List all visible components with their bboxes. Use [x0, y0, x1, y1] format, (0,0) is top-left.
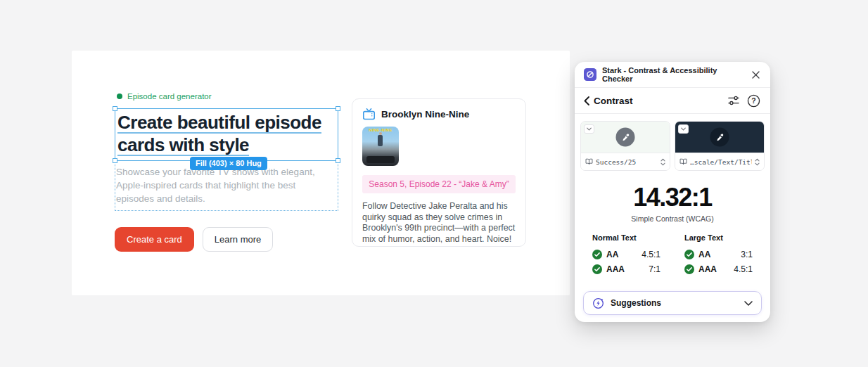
check-icon — [684, 264, 694, 274]
color-token-selector[interactable]: …scale/Text/Title — [675, 153, 764, 170]
green-dot-icon — [117, 94, 122, 99]
results-column-title: Large Text — [684, 233, 753, 242]
learn-more-button[interactable]: Learn more — [203, 227, 273, 252]
normal-text-results: Normal Text AA 4.5:1 AAA 7:1 — [592, 233, 660, 276]
contrast-section-header: Contrast ? — [575, 88, 770, 114]
result-row: AA 3:1 — [684, 247, 753, 262]
help-icon[interactable]: ? — [746, 93, 761, 108]
check-icon — [592, 250, 602, 259]
wcag-results: Normal Text AA 4.5:1 AAA 7:1 La — [575, 233, 770, 276]
contrast-ratio-caption: Simple Contrast (WCAG) — [575, 214, 770, 223]
episode-badge: Season 5, Episode 22 - “Jake & Amy” — [362, 175, 516, 193]
color-token-selector[interactable]: Success/25 — [581, 153, 670, 170]
stepper-icon[interactable] — [660, 158, 665, 166]
stepper-icon[interactable] — [755, 158, 760, 166]
episode-card-header: Brooklyn Nine-Nine — [362, 108, 516, 120]
eyedropper-icon[interactable] — [710, 128, 729, 147]
suggestions-label: Suggestions — [611, 298, 738, 308]
library-icon — [585, 158, 593, 165]
selection-handle[interactable] — [113, 106, 117, 111]
selection-handle[interactable] — [336, 158, 340, 163]
settings-sliders-icon[interactable] — [726, 93, 741, 108]
section-tag-label: Episode card generator — [127, 92, 212, 101]
color-token-name: …scale/Text/Title — [690, 158, 752, 166]
result-row: AA 4.5:1 — [592, 247, 660, 262]
episode-description: Follow Detective Jake Peralta and his qu… — [362, 201, 516, 245]
stark-logo-icon — [584, 68, 596, 81]
chevron-down-icon[interactable] — [678, 124, 689, 134]
hero-description[interactable]: Showcase your favorite TV shows with ele… — [116, 165, 328, 205]
selection-handle[interactable] — [336, 106, 340, 111]
tv-icon — [362, 108, 376, 120]
wcag-level: AAA — [698, 264, 717, 274]
stark-plugin-panel: Stark - Contrast & Accessibility Checker… — [575, 62, 770, 322]
poster-figure — [378, 135, 383, 146]
wcag-threshold: 4.5:1 — [734, 264, 753, 274]
result-row: AAA 4.5:1 — [684, 262, 753, 276]
foreground-color-swatch[interactable]: Success/25 — [580, 121, 670, 171]
suggestions-bolt-icon — [592, 297, 604, 309]
background-color-swatch[interactable]: …scale/Text/Title — [675, 121, 765, 171]
wcag-threshold: 3:1 — [741, 250, 753, 259]
color-swatch-row: Success/25 — [575, 114, 770, 171]
swatch-color-preview[interactable] — [581, 122, 670, 153]
wcag-level: AA — [606, 250, 618, 259]
color-token-name: Success/25 — [596, 158, 658, 166]
check-icon — [592, 264, 602, 274]
suggestions-expander[interactable]: Suggestions — [583, 291, 762, 315]
eyedropper-icon[interactable] — [616, 128, 635, 147]
check-icon — [684, 250, 694, 259]
svg-text:?: ? — [751, 97, 755, 105]
plugin-title: Stark - Contrast & Accessibility Checker — [602, 66, 744, 83]
episode-card[interactable]: Brooklyn Nine-Nine NINE-NINE Season 5, E… — [352, 98, 526, 247]
heading-selection-box[interactable]: Create beautiful episode cards with styl… — [115, 108, 338, 161]
hero-buttons: Create a card Learn more — [115, 227, 273, 252]
selection-size-badge: Fill (403) × 80 Hug — [190, 157, 267, 170]
poster-car — [366, 156, 395, 163]
selection-handle[interactable] — [113, 158, 117, 163]
wcag-threshold: 7:1 — [649, 264, 660, 274]
show-poster-image[interactable]: NINE-NINE — [362, 127, 399, 166]
figma-viewport: Episode card generator Showcase your fav… — [0, 0, 868, 367]
stark-panel-header: Stark - Contrast & Accessibility Checker — [575, 62, 770, 88]
contrast-ratio-value: 14.32:1 — [575, 183, 770, 212]
wcag-threshold: 4.5:1 — [642, 250, 660, 259]
chevron-down-icon[interactable] — [584, 124, 594, 134]
section-title: Contrast — [594, 96, 722, 106]
chevron-down-icon — [744, 301, 753, 306]
wcag-level: AA — [698, 250, 710, 259]
swatch-color-preview[interactable] — [675, 122, 764, 153]
section-tag: Episode card generator — [117, 92, 212, 101]
results-column-title: Normal Text — [592, 233, 660, 242]
create-card-button[interactable]: Create a card — [115, 227, 194, 252]
library-icon — [679, 158, 687, 165]
wcag-level: AAA — [606, 264, 625, 274]
large-text-results: Large Text AA 3:1 AAA 4.5:1 — [684, 233, 753, 276]
result-row: AAA 7:1 — [592, 262, 660, 276]
episode-card-title: Brooklyn Nine-Nine — [381, 109, 469, 120]
back-icon[interactable] — [584, 96, 589, 105]
close-icon[interactable] — [750, 69, 761, 80]
hero-heading[interactable]: Create beautiful episode cards with styl… — [117, 111, 337, 156]
